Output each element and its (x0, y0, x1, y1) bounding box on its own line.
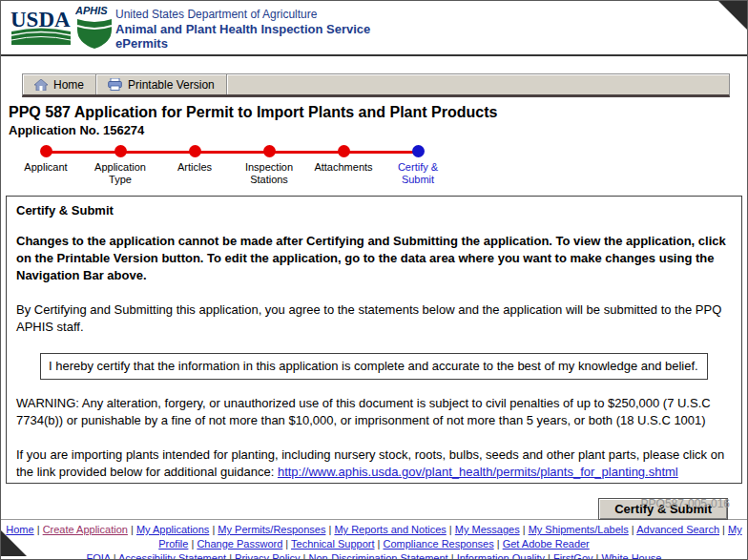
page-title: PPQ 587 Application for Permit to Import… (9, 104, 747, 121)
footer-separator: | (520, 524, 529, 535)
footer-link-firstgov[interactable]: FirstGov (553, 552, 593, 560)
footer-links-row2: FOIA | Accessibility Statement | Privacy… (3, 551, 745, 560)
application-number: Application No. 156274 (9, 123, 747, 137)
footer-link-change-password[interactable]: Change Password (197, 538, 282, 550)
step-certify-submit[interactable]: Certify & Submit (381, 145, 455, 186)
footer-link-advanced-search[interactable]: Advanced Search (636, 524, 719, 535)
footer-separator: | (375, 538, 384, 550)
toolbar: Home Printable Version (22, 73, 730, 97)
step-dot (189, 145, 201, 157)
agreement-paragraph: By Certifying and Submitting this applic… (16, 301, 732, 336)
aphis-logo: APHIS (75, 5, 114, 51)
footer-separator: | (719, 524, 728, 535)
footer-separator: | (209, 524, 218, 535)
step-applicant[interactable]: Applicant (9, 145, 83, 186)
bottom-left-corner-triangle (1, 530, 27, 556)
footer-link-my-messages[interactable]: My Messages (455, 524, 520, 535)
step-dot (40, 145, 52, 157)
home-icon (34, 79, 48, 91)
dept-line: United States Department of Agriculture (115, 8, 370, 22)
step-dot (338, 145, 350, 157)
site-header: USDA APHIS United States Department of A… (1, 1, 747, 56)
footer-link-foia[interactable]: FOIA (87, 552, 111, 560)
step-label: Inspection Stations (232, 161, 306, 186)
footer-separator: | (494, 538, 503, 550)
planting-guidance-link[interactable]: http://www.aphis.usda.gov/plant_health/p… (278, 465, 678, 479)
step-attachments[interactable]: Attachments (306, 145, 381, 186)
footer-link-technical-support[interactable]: Technical Support (291, 538, 374, 550)
agency-title-block: United States Department of Agriculture … (115, 8, 370, 51)
step-label: Applicant (9, 161, 83, 174)
footer-separator: | (282, 538, 291, 550)
footer-link-white-house[interactable]: White House (601, 552, 661, 560)
step-label: Articles (157, 161, 232, 174)
step-articles[interactable]: Articles (157, 145, 232, 186)
printable-version-label: Printable Version (128, 78, 215, 92)
footer-link-my-permits-responses[interactable]: My Permits/Responses (218, 524, 325, 535)
footer-links-row1: Home | Create Application | My Applicati… (3, 523, 745, 551)
epermits-page: USDA APHIS United States Department of A… (0, 0, 748, 560)
planting-guidance-paragraph: If you are importing plants intended for… (16, 446, 732, 481)
step-dot (263, 145, 276, 157)
footer-link-information-quality[interactable]: Information Quality (457, 552, 545, 560)
step-label: Certify & Submit (381, 161, 455, 186)
footer-link-create-application[interactable]: Create Application (43, 524, 128, 535)
step-dot (412, 145, 425, 157)
certify-submit-panel: Certify & Submit Changes to the applicat… (6, 196, 742, 484)
step-inspection-stations[interactable]: Inspection Stations (232, 145, 306, 186)
usda-logo-text: USDA (10, 8, 71, 31)
step-application-type[interactable]: Application Type (83, 145, 157, 186)
step-label: Attachments (306, 161, 381, 174)
home-button-label: Home (53, 78, 84, 92)
footer-link-my-shipments-labels[interactable]: My Shipments/Labels (529, 524, 629, 535)
button-row: Certify & Submit (16, 498, 732, 520)
aphis-logo-text: APHIS (75, 5, 108, 16)
step-label: Application Type (83, 161, 157, 186)
section-heading: Certify & Submit (16, 202, 732, 219)
warning-paragraph: WARNING: Any alteration, forgery, or una… (16, 395, 732, 429)
certify-statement-box: I hereby certify that the information in… (40, 353, 708, 380)
footer-links: Home | Create Application | My Applicati… (1, 523, 747, 560)
home-button[interactable]: Home (23, 74, 96, 94)
step-indicator: ApplicantApplication TypeArticlesInspect… (9, 145, 457, 186)
toolbar-filler (227, 74, 729, 94)
footer-separator: | (629, 524, 636, 535)
footer-link-my-applications[interactable]: My Applications (136, 524, 209, 535)
footer-link-get-adobe-reader[interactable]: Get Adobe Reader (503, 538, 590, 550)
printable-version-button[interactable]: Printable Version (96, 74, 227, 94)
footer-link-privacy-policy[interactable]: Privacy Policy (235, 552, 300, 560)
printer-icon (108, 78, 122, 91)
footer-separator: | (301, 552, 309, 560)
usda-logo: USDA (10, 8, 72, 48)
step-dot (114, 145, 127, 157)
footer-link-non-discrimination-statement[interactable]: Non-Discrimination Statement (309, 552, 448, 560)
footer-separator: | (111, 552, 118, 560)
footer-separator: | (128, 524, 136, 535)
footer-link-accessibility-statement[interactable]: Accessibility Statement (118, 552, 226, 560)
changes-notice-paragraph: Changes to the application cannot be mad… (16, 233, 732, 284)
footer-separator: | (447, 524, 455, 535)
epermits-line: ePermits (115, 36, 370, 51)
footer-separator: | (448, 552, 457, 560)
agency-line: Animal and Plant Health Inspection Servi… (115, 22, 370, 36)
footer-link-my-reports-and-notices[interactable]: My Reports and Notices (334, 524, 446, 535)
footer-separator: | (226, 552, 235, 560)
footer-link-compliance-responses[interactable]: Compliance Responses (384, 538, 494, 550)
footer-separator: | (545, 552, 553, 560)
footer-separator: | (34, 524, 43, 535)
